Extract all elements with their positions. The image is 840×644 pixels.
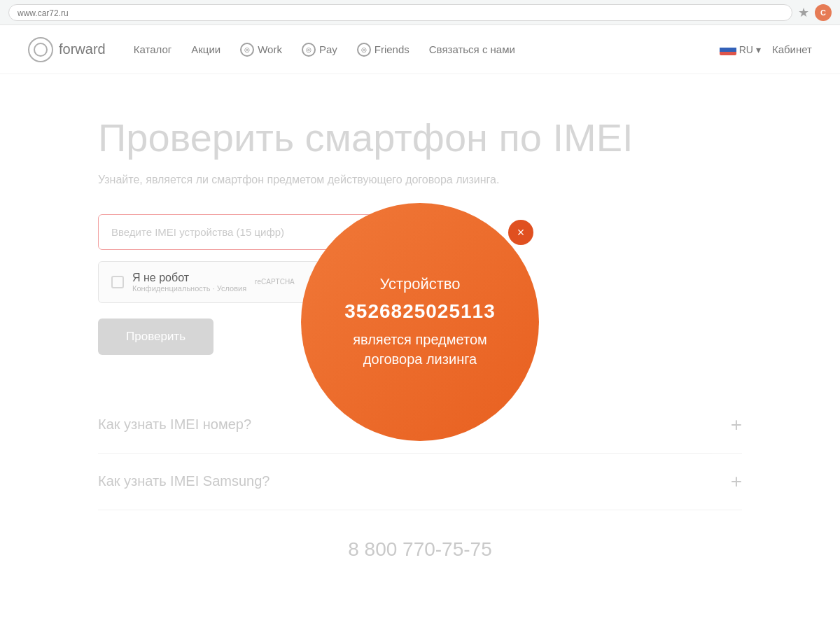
- modal-close-button[interactable]: ×: [508, 220, 533, 245]
- modal-circle: × Устройство 3526825025113 является пред…: [301, 203, 539, 441]
- modal-description: является предметом договора лизинга: [322, 330, 518, 369]
- modal-title: Устройство: [322, 275, 518, 293]
- modal-imei: 3526825025113: [322, 300, 518, 323]
- modal-overlay: × Устройство 3526825025113 является пред…: [0, 0, 840, 644]
- modal-text: Устройство 3526825025113 является предме…: [301, 254, 539, 390]
